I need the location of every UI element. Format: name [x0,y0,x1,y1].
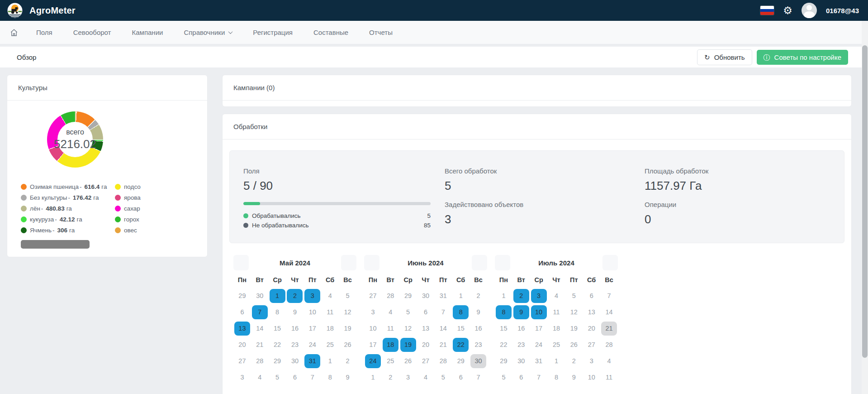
calendar-day[interactable]: 23 [512,336,530,353]
calendar-day[interactable]: 23 [286,336,304,353]
language-flag-russia[interactable] [760,6,774,15]
calendar-day[interactable]: 21 [434,336,452,353]
calendar-day[interactable]: 4 [251,369,269,385]
calendar-day[interactable]: 23 [470,336,487,353]
calendar-day[interactable]: 20 [583,320,600,336]
calendar-day[interactable]: 12 [565,304,583,320]
page-scrollbar-track[interactable] [862,21,868,394]
calendar-next-button[interactable] [341,255,356,270]
calendar-day[interactable]: 21 [251,336,269,353]
calendar-day[interactable]: 26 [399,353,417,369]
calendar-day[interactable]: 13 [233,320,251,336]
calendar-day[interactable]: 19 [339,320,356,336]
calendar-day[interactable]: 18 [321,320,339,336]
calendar-day[interactable]: 10 [364,320,382,336]
calendar-day[interactable]: 6 [583,288,600,304]
refresh-button[interactable]: ↻ Обновить [697,49,752,65]
calendar-day[interactable]: 6 [286,369,304,385]
calendar-day[interactable]: 28 [600,336,618,353]
calendar-day[interactable]: 16 [512,320,530,336]
calendar-day[interactable]: 27 [583,336,600,353]
calendar-day[interactable]: 25 [321,336,339,353]
calendar-day[interactable]: 31 [434,288,452,304]
calendar-day[interactable]: 2 [470,288,487,304]
calendar-day[interactable]: 30 [286,353,304,369]
legend-item[interactable]: Озимая пшеница - 616.4га [21,181,115,192]
calendar-day[interactable]: 30 [512,353,530,369]
calendar-day[interactable]: 5 [339,288,356,304]
calendar-day[interactable]: 9 [339,369,356,385]
calendar-day[interactable]: 8 [548,369,565,385]
calendar-day[interactable]: 20 [233,336,251,353]
calendar-day[interactable]: 17 [530,320,548,336]
calendar-day[interactable]: 8 [452,304,470,320]
calendar-day[interactable]: 6 [417,304,435,320]
calendar-day[interactable]: 30 [417,288,435,304]
calendar-next-button[interactable] [472,255,487,270]
legend-item[interactable]: горох [115,214,207,225]
legend-item[interactable]: Ячмень - 306га [21,225,115,235]
nav-item-registration[interactable]: Регистрация [253,29,293,36]
calendar-day[interactable]: 4 [417,369,435,385]
nav-item-campaigns[interactable]: Кампании [132,29,163,36]
calendar-day[interactable]: 22 [495,336,512,353]
calendar-day[interactable]: 2 [382,369,399,385]
calendar-day[interactable]: 4 [382,304,399,320]
calendar-day[interactable]: 11 [600,369,618,385]
calendar-day[interactable]: 20 [417,336,435,353]
calendar-day[interactable]: 25 [382,353,399,369]
calendar-day[interactable]: 11 [321,304,339,320]
calendar-day[interactable]: 7 [600,288,618,304]
legend-item[interactable]: лён - 480.83га [21,203,115,214]
calendar-day[interactable]: 1 [548,353,565,369]
calendar-day[interactable]: 27 [417,353,435,369]
calendar-day[interactable]: 10 [304,304,321,320]
calendar-day[interactable]: 22 [452,336,470,353]
calendar-day[interactable]: 30 [251,288,269,304]
calendar-day[interactable]: 13 [417,320,435,336]
calendar-day[interactable]: 8 [269,304,286,320]
calendar-day[interactable]: 13 [583,304,600,320]
calendar-day[interactable]: 1 [452,288,470,304]
calendar-day[interactable]: 2 [286,288,304,304]
calendar-day[interactable]: 6 [452,369,470,385]
calendar-day[interactable]: 24 [304,336,321,353]
calendar-day[interactable]: 4 [548,288,565,304]
calendar-day[interactable]: 19 [565,320,583,336]
calendar-day[interactable]: 10 [583,369,600,385]
calendar-day[interactable]: 28 [434,353,452,369]
calendar-day[interactable]: 25 [548,336,565,353]
calendar-day[interactable]: 11 [382,320,399,336]
calendar-day[interactable]: 1 [364,369,382,385]
calendar-day[interactable]: 7 [434,304,452,320]
calendar-prev-button[interactable] [233,255,249,270]
calendar-day[interactable]: 9 [470,304,487,320]
calendar-day[interactable]: 6 [512,369,530,385]
calendar-day[interactable]: 3 [583,353,600,369]
calendar-day[interactable]: 14 [251,320,269,336]
calendar-prev-button[interactable] [495,255,510,270]
calendar-day[interactable]: 5 [399,304,417,320]
legend-item[interactable]: овес [115,225,207,235]
calendar-day[interactable]: 18 [548,320,565,336]
calendar-day[interactable]: 3 [304,288,321,304]
calendar-day[interactable]: 29 [495,353,512,369]
calendar-day[interactable]: 26 [565,336,583,353]
calendar-day[interactable]: 27 [233,353,251,369]
calendar-day[interactable]: 7 [304,369,321,385]
calendar-day[interactable]: 1 [269,288,286,304]
nav-item-directories[interactable]: Справочники [184,29,232,36]
calendar-day[interactable]: 9 [512,304,530,320]
home-nav-button[interactable] [10,29,18,37]
calendar-day[interactable]: 16 [286,320,304,336]
calendar-day[interactable]: 12 [339,304,356,320]
calendar-day[interactable]: 10 [530,304,548,320]
calendar-day[interactable]: 17 [364,336,382,353]
nav-item-reports[interactable]: Отчеты [369,29,393,36]
user-avatar[interactable] [802,3,817,18]
calendar-day[interactable]: 1 [495,288,512,304]
calendar-day[interactable]: 9 [286,304,304,320]
calendar-day[interactable]: 29 [452,353,470,369]
calendar-day[interactable]: 2 [339,353,356,369]
calendar-day[interactable]: 18 [382,336,399,353]
